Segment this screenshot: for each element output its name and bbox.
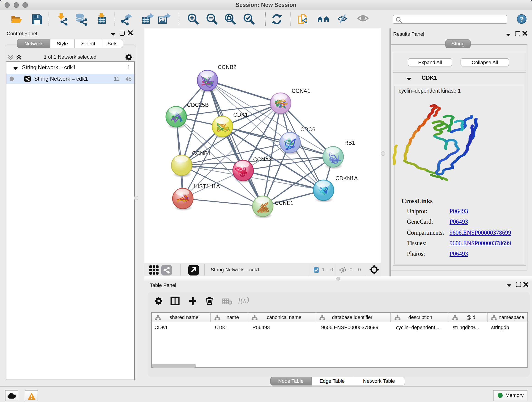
svg-text:CCNA1: CCNA1 [291,88,310,94]
svg-text:CCNA2: CCNA2 [253,156,272,162]
svg-text:CCNB1: CCNB1 [192,150,210,156]
svg-text:RB1: RB1 [344,140,355,146]
svg-text:CDKN1A: CDKN1A [335,175,357,181]
svg-text:CCNE1: CCNE1 [275,200,293,206]
svg-text:CDK1: CDK1 [233,112,248,118]
svg-text:CDC25B: CDC25B [187,102,209,108]
svg-text:CDC6: CDC6 [300,126,315,133]
svg-text:HIST1H1A: HIST1H1A [193,183,220,189]
svg-text:CCNB2: CCNB2 [217,64,236,70]
